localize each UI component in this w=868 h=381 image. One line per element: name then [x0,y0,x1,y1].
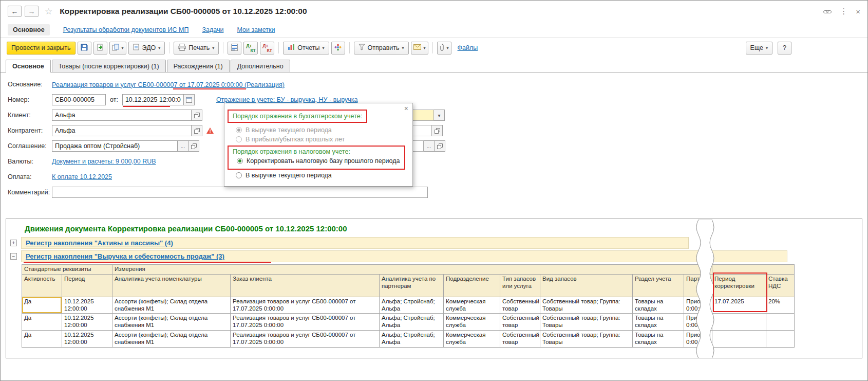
tab-additional[interactable]: Дополнительно [231,60,290,72]
table-cell[interactable]: Коммерческая служба [444,314,500,331]
reports-button[interactable]: Отчеты ▾ [283,42,329,55]
collapse-register-button[interactable]: − [10,253,17,260]
comment-input[interactable] [52,187,428,198]
table-cell[interactable]: Да [22,330,62,347]
register-list-button[interactable] [228,42,241,55]
accounting-entries-button[interactable]: Дт Кт [243,42,258,55]
col-correction-period[interactable]: Период корректировки [712,274,766,297]
currencies-link[interactable]: Документ и расчеты: 9 000,00 RUB [52,158,156,165]
nav-item-tasks[interactable]: Задачи [202,26,223,33]
structure-button[interactable] [331,42,345,55]
col-accounting-section[interactable]: Раздел учета [633,274,684,297]
expand-register-button[interactable]: + [10,240,17,246]
table-cell[interactable]: Реализация товаров и услуг СБ00-000007 о… [231,297,380,314]
col-period[interactable]: Период [62,274,112,297]
mail-button[interactable]: ▾ [411,42,428,55]
post-document-button[interactable] [93,42,107,55]
table-cell[interactable]: Реализация товаров и услуг СБ00-000007 о… [231,314,380,331]
tax-entries-button[interactable]: Дт Кт [260,42,274,55]
table-cell[interactable]: Собственный товар [500,330,540,347]
nav-item-main[interactable]: Основное [8,24,50,35]
open-counterparty-button[interactable] [192,125,202,136]
table-cell[interactable] [712,330,766,347]
table-cell[interactable]: Коммерческая служба [444,330,500,347]
table-cell[interactable]: Товары на складах [633,330,684,347]
choose-button[interactable]: ... [424,140,435,152]
table-cell[interactable] [766,314,795,331]
print-button[interactable]: Печать ▾ [174,42,219,55]
table-cell[interactable]: Ассорти (конфеты); Склад отдела снабжени… [112,314,231,331]
tab-discrepancies[interactable]: Расхождения (1) [167,60,230,72]
more-icon[interactable]: ⋮ [840,7,847,16]
table-cell[interactable]: Альфа; Стройснаб; Альфа [380,330,444,347]
table-cell[interactable]: Коммерческая служба [444,297,500,314]
col-customer-order[interactable]: Заказ клиента [231,274,380,297]
table-cell[interactable]: 17.07.2025 [712,297,766,314]
more-button[interactable]: Еще ▾ [746,42,772,55]
col-stock-kind[interactable]: Вид запасов [540,274,633,297]
forward-button[interactable]: → [25,6,39,17]
table-cell[interactable]: Да [22,297,62,314]
agreement-choose-button[interactable]: ... [178,140,188,152]
payment-link[interactable]: К оплате 10.12.2025 [52,173,112,180]
table-cell[interactable] [712,314,766,331]
files-link[interactable]: Файлы [458,44,478,51]
col-department[interactable]: Подразделение [444,274,500,297]
nav-item-notes[interactable]: Мои заметки [237,26,275,33]
table-cell[interactable]: Альфа; Стройснаб; Альфа [380,314,444,331]
col-item-analytics[interactable]: Аналитика учета номенклатуры [112,274,231,297]
tab-goods-after-correction[interactable]: Товары (после корректировки) (1) [52,60,166,72]
table-cell[interactable]: Товары на складах [633,297,684,314]
counterparty-input[interactable] [52,125,192,136]
col-vat-rate[interactable]: Ставка НДС [766,274,795,297]
col-stock-type[interactable]: Тип запасов или услуга [500,274,540,297]
table-cell[interactable]: Собственный товар [500,297,540,314]
open-button[interactable] [435,140,445,152]
radio-bu-current-period[interactable]: В выручке текущего периода [236,126,405,134]
table-cell[interactable]: 20% [766,297,795,314]
table-cell[interactable]: Товары на складах [633,314,684,331]
tab-main[interactable]: Основное [6,60,51,72]
radio-nu-current-period[interactable]: В выручке текущего периода [236,172,405,179]
agreement-input[interactable] [52,140,178,152]
close-icon[interactable]: × [856,7,860,16]
send-button[interactable]: Отправить ▾ [354,42,409,55]
operation-dropdown-button[interactable]: ▾ [434,110,445,121]
link-icon[interactable] [823,7,832,16]
table-cell[interactable]: Приобре 0:00:09 [684,314,712,331]
radio-bu-past-years[interactable]: В прибыли/убытках прошлых лет [236,136,405,143]
col-activity[interactable]: Активность [22,274,62,297]
table-cell[interactable]: 10.12.2025 12:00:00 [62,314,112,331]
post-and-close-button[interactable]: Провести и закрыть [7,42,76,55]
table-cell[interactable]: Собственный товар; Группа: Товары [540,297,633,314]
table-cell[interactable]: Собственный товар; Группа: Товары [540,314,633,331]
register-revenue-link[interactable]: Регистр накопления "Выручка и себестоимо… [26,252,224,260]
reflection-in-accounting-link[interactable]: Отражение в учете: БУ - выручка, НУ - вы… [216,96,358,103]
table-cell[interactable]: Альфа; Стройснаб; Альфа [380,297,444,314]
save-button[interactable] [78,42,91,55]
table-cell[interactable]: Ассорти (конфеты); Склад отдела снабжени… [112,297,231,314]
radio-nu-correct-past-base[interactable]: Корректировать налоговую базу прошлого п… [237,157,400,165]
favorite-star-icon[interactable]: ☆ [45,6,52,17]
date-input[interactable] [122,94,184,105]
number-input[interactable] [52,94,106,105]
attachments-button[interactable]: ▾ [437,42,451,55]
close-icon[interactable]: × [404,104,408,113]
table-cell[interactable]: Реализация товаров и услуг СБ00-000007 о… [231,330,380,347]
table-cell[interactable]: Собственный товар; Группа: Товары [540,330,633,347]
table-cell[interactable]: Приобре 0:00 [684,330,712,347]
col-batch[interactable]: Партио [684,274,712,297]
table-cell[interactable]: Да [22,314,62,331]
table-cell[interactable]: Собственный товар [500,314,540,331]
open-client-button[interactable] [192,110,202,121]
col-partner-analytics[interactable]: Аналитика учета по партнерам [380,274,444,297]
create-based-on-button[interactable]: ▾ [109,42,126,55]
client-input[interactable] [52,110,192,121]
table-cell[interactable]: Приобре 0:00:0 [684,297,712,314]
calendar-button[interactable] [184,94,195,105]
table-cell[interactable]: Ассорти (конфеты); Склад отдела снабжени… [112,330,231,347]
edo-button[interactable]: ЭДО ▾ [128,42,165,55]
table-cell[interactable] [766,330,795,347]
register-assets-link[interactable]: Регистр накопления "Активы и пассивы" (4… [26,239,173,247]
help-button[interactable]: ? [778,42,791,55]
